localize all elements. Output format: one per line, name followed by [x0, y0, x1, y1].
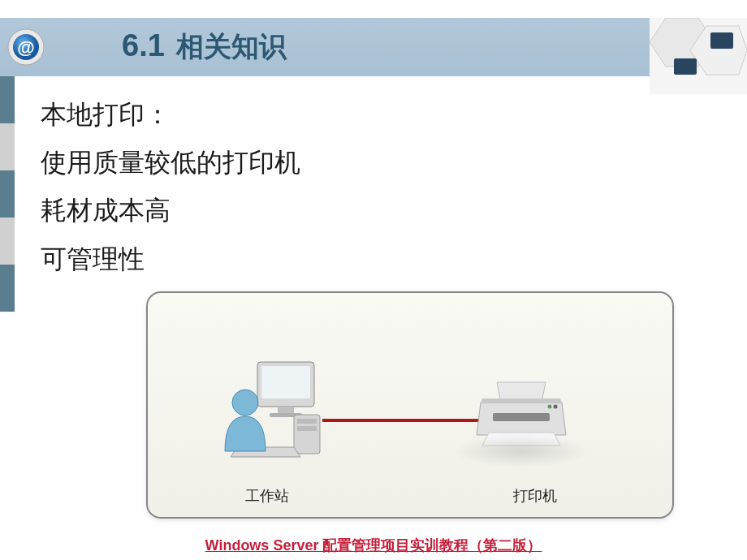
svg-point-18 [548, 404, 552, 408]
content-area: 本地打印： 使用质量较低的打印机 耗材成本高 可管理性 [0, 76, 747, 519]
workstation-label: 工作站 [245, 486, 289, 506]
bullet-4: 可管理性 [41, 235, 706, 283]
top-spacer [0, 0, 747, 18]
left-sidebar-decoration [0, 76, 15, 312]
section-title: 相关知识 [176, 28, 287, 66]
svg-rect-8 [261, 366, 310, 398]
header-decoration [650, 18, 747, 94]
bullet-1: 本地打印： [41, 91, 706, 139]
diagram-container: 工作站 打印机 [146, 291, 674, 519]
footer-text: Windows Server 配置管理项目实训教程（第二版） [205, 536, 542, 555]
header-bar: @ 6.1 相关知识 [0, 18, 747, 76]
section-number: 6.1 [122, 28, 165, 63]
svg-rect-13 [297, 426, 317, 431]
svg-text:@: @ [17, 37, 34, 58]
svg-rect-5 [710, 32, 733, 49]
printer-label: 打印机 [513, 486, 557, 506]
svg-rect-17 [493, 413, 550, 421]
workstation-node [213, 358, 326, 463]
at-icon: @ [6, 28, 45, 67]
svg-point-19 [554, 404, 558, 408]
bullet-3: 耗材成本高 [41, 187, 706, 235]
svg-rect-6 [674, 58, 697, 75]
svg-rect-12 [297, 419, 317, 424]
svg-rect-9 [278, 407, 294, 413]
printer-node [473, 374, 570, 455]
bullet-2: 使用质量较低的打印机 [41, 139, 706, 187]
